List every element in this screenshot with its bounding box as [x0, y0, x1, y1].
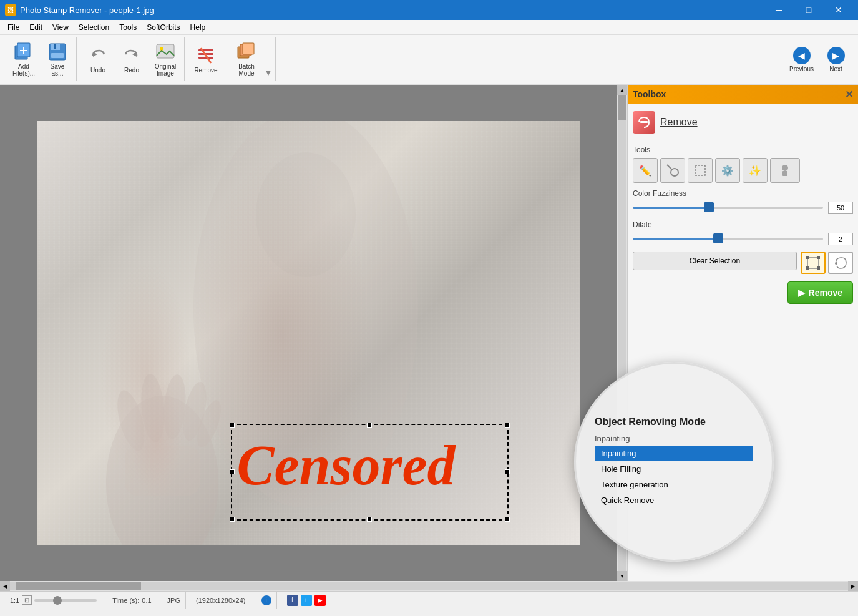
magic-wand-tool-button[interactable] [660, 158, 685, 183]
batch-mode-button[interactable]: BatchMode [230, 40, 263, 79]
svg-point-40 [835, 262, 837, 265]
color-fuzziness-label: Color Fuzziness [633, 189, 853, 198]
dilate-track[interactable] [633, 238, 823, 240]
batch-dropdown-arrow[interactable]: ▼ [264, 67, 273, 77]
color-fuzziness-row: 50 [633, 202, 853, 214]
remove-header: Remove [633, 109, 853, 140]
smart-select-tool-button[interactable]: ⚙️ [715, 158, 740, 183]
toolbox-close-button[interactable]: ✕ [845, 89, 853, 100]
scroll-right-arrow[interactable]: ▶ [848, 581, 858, 591]
dilate-thumb[interactable] [713, 233, 723, 243]
dimensions-status: (1920x1280x24) [191, 592, 251, 609]
dilate-row: 2 [633, 233, 853, 245]
remove-button[interactable]: Remove [190, 40, 222, 79]
menu-view[interactable]: View [47, 22, 74, 33]
scroll-up-arrow[interactable]: ▲ [617, 85, 627, 95]
rect-select-tool-button[interactable] [688, 158, 713, 183]
dropdown-circle: Object Removing Mode Inpainting Inpainti… [574, 362, 774, 562]
next-button[interactable]: ▶ Next [819, 40, 853, 79]
menu-tools[interactable]: Tools [114, 22, 142, 33]
select-icon-lasso-button[interactable] [828, 252, 853, 274]
svg-rect-36 [806, 256, 809, 259]
previous-arrow-icon: ◀ [793, 47, 811, 64]
zoom-slider-thumb[interactable] [53, 596, 62, 605]
toolbox-header: Toolbox ✕ [628, 85, 858, 104]
dropdown-option-inpainting[interactable]: Inpainting [595, 446, 753, 461]
svg-marker-9 [132, 52, 137, 57]
select-icon-rect-button[interactable] [801, 252, 826, 274]
save-as-button[interactable]: Saveas... [41, 40, 74, 79]
dropdown-option-texture[interactable]: Texture generation [595, 477, 753, 492]
toolbar-group-history: Undo Redo OriginalImage [79, 37, 185, 81]
svg-marker-8 [93, 52, 97, 57]
svg-rect-18 [243, 43, 254, 54]
info-icon[interactable]: i [261, 595, 271, 605]
add-files-button[interactable]: AddFile(s)... [7, 40, 40, 79]
scroll-track-h[interactable] [10, 582, 848, 590]
remove-tool-icon [633, 111, 655, 134]
dropdown-current: Inpainting [595, 434, 753, 443]
dilate-fill [633, 238, 718, 240]
scroll-thumb-v[interactable] [618, 95, 626, 120]
zoom-slider[interactable] [34, 599, 97, 602]
pencil-tool-button[interactable]: ✏️ [633, 158, 658, 183]
batch-mode-icon [236, 42, 256, 62]
facebook-icon[interactable]: f [287, 595, 298, 606]
zoom-status: 1:1 ⊡ [5, 592, 102, 609]
color-fuzziness-value[interactable]: 50 [828, 202, 853, 214]
horizontal-scrollbar[interactable]: ◀ ▶ [0, 581, 858, 591]
youtube-icon[interactable]: ▶ [314, 595, 326, 606]
zoom-ratio: 1:1 [10, 597, 19, 604]
dimensions-value: (1920x1280x24) [196, 597, 246, 604]
scroll-down-arrow[interactable]: ▼ [617, 571, 627, 581]
redo-button[interactable]: Redo [115, 40, 148, 79]
maximize-button[interactable]: □ [794, 0, 823, 20]
menu-edit[interactable]: Edit [24, 22, 47, 33]
svg-line-31 [667, 165, 672, 170]
figure-svg [37, 121, 580, 545]
format-status: JPG [162, 592, 186, 609]
scroll-thumb-h[interactable] [16, 582, 141, 590]
magic-fill-tool-button[interactable]: ✨ [743, 158, 768, 183]
toolbar-group-batch: BatchMode ▼ [228, 37, 276, 81]
dropdown-option-quick-remove[interactable]: Quick Remove [595, 492, 753, 508]
undo-button[interactable]: Undo [82, 40, 114, 79]
info-status[interactable]: i [256, 592, 277, 609]
scroll-left-arrow[interactable]: ◀ [0, 581, 10, 591]
stamp-tool-button[interactable] [770, 158, 800, 183]
svg-rect-37 [817, 256, 820, 259]
dilate-value[interactable]: 2 [828, 233, 853, 245]
next-label: Next [829, 66, 842, 72]
save-as-icon [47, 42, 67, 62]
color-fuzziness-track[interactable] [633, 207, 823, 209]
tools-row: ✏️ ⚙️ [633, 158, 853, 183]
menu-help[interactable]: Help [185, 22, 211, 33]
remove-action-button[interactable]: ▶ Remove [787, 281, 853, 304]
clear-selection-button[interactable]: Clear Selection [633, 252, 797, 270]
next-arrow-icon: ▶ [827, 47, 845, 64]
twitter-icon[interactable]: t [301, 595, 312, 606]
color-fuzziness-thumb[interactable] [704, 202, 714, 212]
undo-label: Undo [90, 67, 105, 74]
menu-softorbits[interactable]: SoftOrbits [142, 22, 185, 33]
canvas-area[interactable]: Censored ▲ ▼ [0, 85, 627, 581]
previous-label: Previous [789, 66, 814, 72]
close-button[interactable]: ✕ [824, 0, 853, 20]
color-fuzziness-fill [633, 207, 709, 209]
add-files-icon [14, 42, 34, 62]
previous-button[interactable]: ◀ Previous [784, 40, 819, 79]
original-image-button[interactable]: OriginalImage [149, 40, 182, 79]
menu-selection[interactable]: Selection [74, 22, 114, 33]
add-files-label: AddFile(s)... [12, 63, 35, 77]
titlebar-controls[interactable]: ─ □ ✕ [764, 0, 853, 20]
remove-icon [196, 46, 216, 66]
minimize-button[interactable]: ─ [764, 0, 793, 20]
undo-icon [88, 46, 108, 66]
svg-rect-34 [782, 171, 787, 176]
remove-action-arrow: ▶ [798, 288, 805, 298]
menu-file[interactable]: File [2, 22, 24, 33]
svg-rect-12 [198, 49, 213, 51]
original-image-icon [155, 42, 175, 62]
dropdown-option-hole-filling[interactable]: Hole Filling [595, 461, 753, 477]
svg-rect-32 [695, 165, 705, 175]
